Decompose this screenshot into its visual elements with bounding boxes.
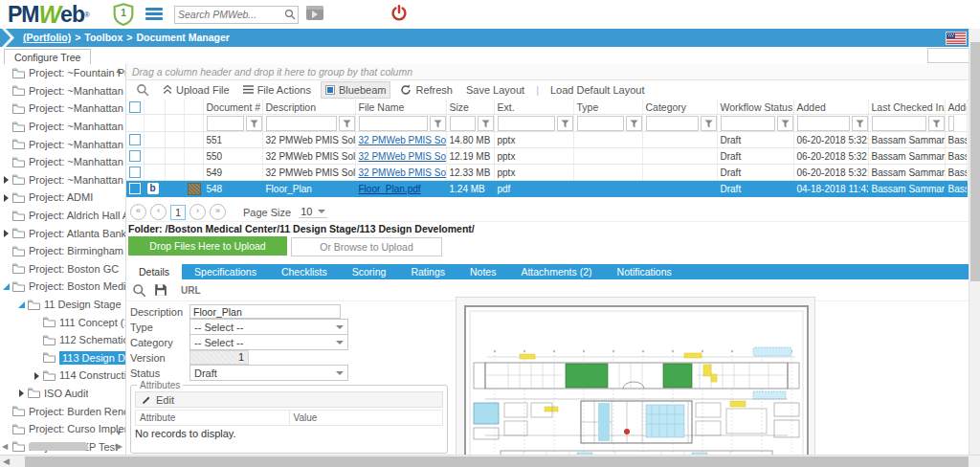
load-default-layout-button[interactable]: Load Default Layout — [546, 82, 648, 98]
filter-funnel-icon[interactable] — [852, 116, 868, 131]
tree-item[interactable]: 112 Schematic — [0, 331, 125, 349]
column-header[interactable]: Last Checked In/Out — [868, 100, 945, 115]
category-select[interactable]: -- Select -- — [189, 334, 348, 350]
filter-input[interactable] — [207, 116, 244, 131]
menu-icon[interactable] — [145, 8, 163, 21]
document-thumbnail[interactable] — [188, 183, 201, 195]
tree-horizontal-scrollbar[interactable]: ◀ ▶ — [2, 442, 122, 452]
column-header[interactable]: Category — [642, 100, 717, 115]
breadcrumb-portfolio-link[interactable]: (Portfolio) — [23, 32, 71, 43]
tree-item[interactable]: Project: ~Manhattan Courth — [0, 100, 125, 118]
tree-item[interactable]: Project: ADMI — [0, 189, 125, 207]
language-flag-icon[interactable] — [946, 32, 967, 45]
column-header[interactable]: Description — [262, 100, 355, 115]
first-page-button[interactable]: « — [130, 204, 146, 220]
tree-item[interactable]: Project: Aldrich Hall Additio — [0, 207, 125, 225]
scroll-left-icon[interactable]: ◀ — [3, 456, 10, 466]
save-layout-button[interactable]: Save Layout — [462, 82, 528, 98]
logout-power-icon[interactable] — [390, 5, 408, 22]
tree-search-input[interactable] — [927, 48, 973, 63]
expand-icon[interactable] — [33, 371, 42, 380]
scroll-right-icon[interactable]: ▶ — [117, 442, 122, 451]
filter-input[interactable] — [450, 116, 476, 131]
tree-item[interactable]: Project: ~Manhattan Courth — [0, 171, 125, 189]
filter-input[interactable] — [266, 116, 337, 131]
tab-notes[interactable]: Notes — [457, 264, 508, 279]
filter-funnel-icon[interactable] — [928, 116, 945, 131]
collapse-icon[interactable] — [3, 282, 11, 291]
refresh-button[interactable]: Refresh — [396, 82, 457, 98]
table-row[interactable]: 54932 PMWeb PMIS Solution V32 PMWeb PMIS… — [126, 165, 967, 181]
expand-icon[interactable] — [18, 389, 27, 397]
tab-scoring[interactable]: Scoring — [340, 264, 399, 279]
select-all-checkbox[interactable] — [129, 101, 141, 113]
filter-funnel-icon[interactable] — [246, 116, 262, 131]
file-name-link[interactable]: 32 PMWeb PMIS Solution V2 — [359, 135, 447, 145]
vertical-scrollbar[interactable] — [969, 29, 980, 455]
expand-icon[interactable] — [3, 175, 11, 184]
current-page[interactable]: 1 — [170, 205, 186, 220]
prev-page-button[interactable]: ‹ — [150, 204, 167, 220]
value-column-header[interactable]: Value — [289, 411, 443, 426]
expand-icon[interactable] — [3, 229, 11, 237]
filter-input[interactable] — [721, 116, 775, 131]
detail-search-icon[interactable] — [132, 283, 146, 298]
bluebeam-row-icon[interactable]: b — [147, 183, 159, 194]
filter-funnel-icon[interactable] — [626, 116, 642, 131]
tree-item[interactable]: 113 Design Developme — [0, 349, 125, 367]
tree-item[interactable]: Project: ~Manhattan Courth — [0, 135, 125, 153]
filter-funnel-icon[interactable] — [777, 116, 793, 131]
scrollbar-thumb[interactable] — [25, 456, 969, 467]
tree-item[interactable]: Project: ~Manhattan Courth — [0, 118, 125, 136]
filter-funnel-icon[interactable] — [339, 116, 355, 131]
row-checkbox[interactable] — [129, 150, 141, 162]
collapse-icon[interactable] — [18, 300, 27, 309]
page-size-select[interactable]: 10 — [299, 206, 327, 218]
document-preview-pane[interactable] — [456, 297, 815, 455]
tree-item[interactable]: 111 Concept (1) — [0, 313, 125, 331]
url-button[interactable]: URL — [181, 285, 201, 296]
tree-item[interactable]: Project: Boston Medical Cen — [0, 278, 125, 296]
table-row[interactable]: b548Floor_PlanFloor_Plan.pdf1.24 MBpdfDr… — [126, 181, 967, 197]
table-row[interactable]: 55032 PMWeb PMIS Solution V32 PMWeb PMIS… — [126, 148, 967, 165]
column-header[interactable]: Adde — [945, 100, 967, 115]
filter-input[interactable] — [646, 116, 699, 131]
tree-scroll-up-icon[interactable]: ▲ — [115, 66, 122, 75]
row-checkbox[interactable] — [129, 134, 141, 145]
column-header[interactable]: File Name — [355, 100, 446, 115]
tree-item[interactable]: Project: ~Fountain Pump Re — [0, 64, 125, 82]
filter-input[interactable] — [797, 116, 850, 131]
tab-notifications[interactable]: Notifications — [605, 264, 684, 279]
search-icon[interactable] — [284, 9, 296, 20]
column-header[interactable]: Document # — [203, 100, 262, 115]
tree-item[interactable]: Project: Burden Renovation — [0, 402, 125, 420]
grid-search-icon[interactable] — [132, 81, 153, 99]
tab-ratings[interactable]: Ratings — [398, 264, 457, 279]
column-header[interactable]: Added — [793, 100, 868, 115]
filter-input[interactable] — [872, 116, 926, 131]
filter-funnel-icon[interactable] — [557, 116, 573, 131]
last-page-button[interactable]: » — [210, 204, 226, 220]
tree-item[interactable]: Project: Atlanta Bank Branc — [0, 224, 125, 242]
scroll-left-icon[interactable]: ◀ — [2, 442, 8, 451]
notification-shield-icon[interactable]: 1 — [113, 3, 134, 26]
column-header[interactable]: Type — [573, 100, 642, 115]
file-name-link[interactable]: 32 PMWeb PMIS Solution V2 — [359, 151, 447, 162]
scrollbar-thumb[interactable] — [29, 442, 88, 451]
horizontal-scrollbar[interactable]: ◀ — [0, 455, 980, 467]
filter-input[interactable] — [359, 116, 428, 131]
status-select[interactable]: Draft — [189, 365, 348, 381]
tab-details[interactable]: Details — [126, 264, 182, 279]
upload-file-button[interactable]: Upload File — [159, 82, 234, 98]
tree-item[interactable]: Project: ~Manhattan Courth — [0, 82, 125, 100]
tab-specifications[interactable]: Specifications — [182, 264, 269, 279]
filter-input[interactable] — [577, 116, 624, 131]
tree-item[interactable]: 114 Construction D — [0, 367, 125, 385]
filter-funnel-icon[interactable] — [701, 116, 717, 131]
tree-item[interactable]: 11 Design Stage — [0, 296, 125, 314]
attributes-edit-button[interactable]: Edit — [135, 391, 443, 408]
tree-item[interactable]: Project: ~Manhattan Courth — [0, 153, 125, 171]
column-header[interactable]: Workflow Status — [717, 100, 793, 115]
drop-files-upload-button[interactable]: Drop Files Here to Upload — [128, 236, 287, 256]
tree-item[interactable]: Project: Birmingham Bank — [0, 242, 125, 260]
